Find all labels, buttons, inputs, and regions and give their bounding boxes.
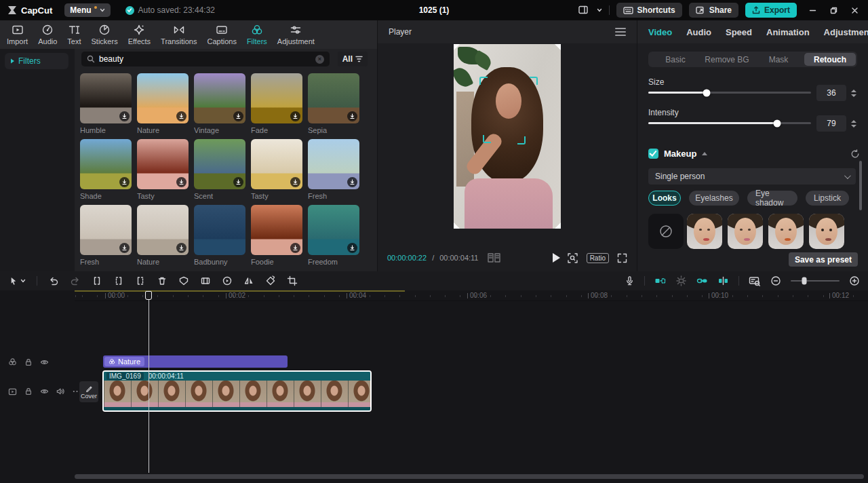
video-preview[interactable] [454, 44, 561, 229]
intensity-slider[interactable] [648, 122, 811, 124]
collapse-icon[interactable] [702, 152, 707, 155]
selection-handle[interactable] [454, 223, 460, 229]
ratio-button[interactable]: Ratio [587, 253, 609, 263]
overlay-icon[interactable] [200, 275, 211, 286]
keyframe-icon[interactable] [222, 275, 233, 286]
filter-item[interactable]: Nature [137, 73, 189, 134]
export-button[interactable]: Export [745, 3, 797, 18]
filter-item[interactable]: Tasty [137, 139, 189, 200]
close-icon[interactable] [851, 7, 859, 14]
rotate-icon[interactable] [265, 275, 276, 286]
auto-snap-icon[interactable] [675, 275, 687, 286]
intensity-stepper[interactable] [850, 115, 858, 132]
zoom-in-icon[interactable] [849, 275, 860, 286]
size-slider[interactable] [648, 92, 811, 94]
look-none[interactable] [648, 214, 684, 249]
split-icon[interactable] [92, 275, 102, 286]
download-icon[interactable] [233, 177, 243, 187]
sidebar-item-filters[interactable]: Filters [5, 53, 68, 69]
menu-button[interactable]: Menu [64, 3, 110, 17]
record-voiceover-icon[interactable] [625, 275, 635, 286]
share-button[interactable]: Share [689, 3, 738, 18]
crop-icon[interactable] [287, 275, 298, 286]
eye-icon[interactable] [40, 388, 49, 395]
filter-item[interactable]: Vintage [194, 73, 245, 134]
download-icon[interactable] [176, 111, 186, 121]
filter-item[interactable]: Freedom [308, 205, 359, 266]
tab-captions[interactable]: Captions [207, 24, 236, 45]
filter-item[interactable]: Shade [80, 139, 132, 200]
person-select[interactable]: Single person [648, 168, 856, 185]
main-track-magnet-icon[interactable] [654, 275, 666, 286]
save-as-preset-button[interactable]: Save as preset [789, 252, 858, 267]
look-option[interactable] [768, 214, 804, 249]
subtab-retouch[interactable]: Retouch [804, 53, 856, 66]
filter-all-button[interactable]: All [338, 52, 368, 66]
timeline-zoom-slider[interactable] [791, 280, 840, 282]
eye-icon[interactable] [40, 359, 49, 366]
selection-handle[interactable] [454, 44, 460, 50]
download-icon[interactable] [347, 111, 357, 121]
select-tool-icon[interactable] [8, 276, 18, 286]
select-tool-chevron-icon[interactable] [20, 278, 26, 284]
download-icon[interactable] [290, 243, 300, 253]
filter-item[interactable]: Sepia [308, 73, 359, 134]
clear-search-icon[interactable]: × [315, 55, 324, 64]
timeline-ruler[interactable]: 00:00 00:02 00:04 00:06 00:08 00:10 00:1… [75, 290, 868, 301]
tab-transitions[interactable]: Transitions [161, 24, 197, 45]
filter-item[interactable]: Tasty [251, 139, 302, 200]
video-clip[interactable]: IMG_0169 00:00:04:11 [102, 370, 372, 412]
play-button[interactable] [553, 253, 560, 263]
download-icon[interactable] [119, 177, 130, 187]
category-lipstick[interactable]: Lipstick [806, 191, 849, 206]
track-view-icon[interactable] [749, 276, 761, 286]
tab-adjustment[interactable]: Adjustment [277, 24, 315, 45]
filter-item[interactable]: Humble [80, 73, 132, 134]
tab-adjustment-props[interactable]: Adjustment [824, 27, 868, 37]
playhead-handle[interactable] [145, 291, 152, 300]
tab-effects[interactable]: Effects [128, 24, 151, 45]
timeline-zoom-knob[interactable] [802, 277, 807, 285]
minimize-icon[interactable] [809, 7, 816, 14]
preview-quality-icon[interactable] [567, 252, 578, 264]
cover-button[interactable]: Cover [79, 381, 98, 402]
delete-icon[interactable] [157, 275, 167, 286]
look-option[interactable] [728, 214, 763, 249]
tab-import[interactable]: Import [7, 24, 28, 45]
download-icon[interactable] [176, 243, 186, 253]
redo-icon[interactable] [70, 275, 81, 286]
maximize-icon[interactable] [830, 7, 837, 14]
filter-item[interactable]: Nature [137, 205, 189, 266]
linking-icon[interactable] [696, 275, 708, 286]
selection-handle[interactable] [555, 44, 561, 50]
undo-icon[interactable] [48, 275, 59, 286]
playhead-line[interactable] [149, 292, 149, 473]
delete-left-icon[interactable] [113, 275, 124, 286]
subtab-basic[interactable]: Basic [650, 53, 701, 66]
intensity-value-input[interactable]: 79 [816, 115, 846, 132]
layout-chevron-icon[interactable] [597, 7, 602, 13]
preview-axis-icon[interactable] [717, 275, 729, 286]
download-icon[interactable] [347, 243, 357, 253]
tab-text[interactable]: Text [67, 24, 81, 45]
subtab-mask[interactable]: Mask [753, 53, 804, 66]
size-stepper[interactable] [850, 85, 858, 101]
filter-item[interactable]: Fresh [80, 205, 132, 266]
tab-stickers[interactable]: Stickers [92, 24, 118, 45]
download-icon[interactable] [119, 243, 130, 253]
filter-item[interactable]: Fade [251, 73, 302, 134]
fullscreen-icon[interactable] [617, 253, 627, 263]
download-icon[interactable] [290, 177, 300, 187]
download-icon[interactable] [233, 111, 243, 121]
makeup-checkbox[interactable] [648, 149, 658, 159]
delete-right-icon[interactable] [135, 275, 146, 286]
download-icon[interactable] [290, 111, 300, 121]
filter-item[interactable]: Badbunny [194, 205, 245, 266]
reset-icon[interactable] [850, 149, 860, 159]
category-looks[interactable]: Looks [648, 191, 681, 206]
filter-item[interactable]: Foodie [251, 205, 302, 266]
lock-icon[interactable] [24, 358, 33, 366]
tab-animation[interactable]: Animation [766, 27, 810, 37]
layout-icon[interactable] [578, 5, 590, 15]
filter-clip-nature[interactable]: Nature [103, 355, 288, 368]
